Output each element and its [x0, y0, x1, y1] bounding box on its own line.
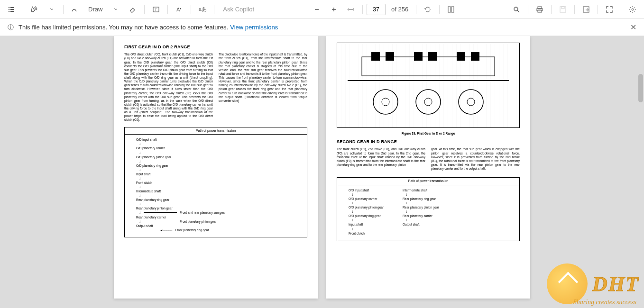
contents-icon[interactable]: [4, 2, 19, 17]
svg-rect-16: [386, 52, 394, 61]
transmission-diagram: [337, 43, 520, 128]
settings-icon[interactable]: [625, 2, 640, 17]
body-text-col2: gear. At this time, the rear sun gear wh…: [431, 147, 520, 171]
svg-point-13: [632, 9, 634, 10]
save-as-icon[interactable]: [579, 2, 594, 17]
erase-icon[interactable]: [125, 2, 140, 17]
zoom-out-icon[interactable]: [309, 2, 324, 17]
draw-dropdown-icon[interactable]: [108, 2, 123, 17]
svg-rect-7: [538, 7, 542, 9]
svg-text:▾: ▾: [180, 7, 181, 10]
info-icon: ⓘ: [8, 23, 14, 32]
page-number-input[interactable]: [367, 4, 386, 15]
flow-step: Input shaft: [136, 172, 295, 176]
view-permissions-link[interactable]: View permissions: [230, 24, 278, 31]
page-view-icon[interactable]: [443, 2, 459, 17]
pdf-viewer[interactable]: FIRST GEAR IN D OR 2 RANGE The O/D direc…: [0, 36, 644, 308]
svg-point-25: [382, 98, 389, 106]
translate-icon[interactable]: aあ: [195, 2, 210, 17]
flow-step: O/D planetary carrier: [136, 146, 295, 150]
highlight-icon[interactable]: [27, 2, 42, 17]
svg-point-27: [467, 98, 475, 106]
diagram-caption: Figure 39. First Gear in D or 2 Range: [337, 132, 520, 136]
page-heading-2: SECOND GEAR IN D RANGE: [337, 139, 520, 145]
pdf-page-left: FIRST GEAR IN D OR 2 RANGE The O/D direc…: [114, 36, 318, 299]
svg-rect-19: [457, 52, 465, 61]
text-style-icon[interactable]: A▾: [172, 2, 187, 17]
svg-point-24: [459, 90, 483, 114]
page-total-label: of 256: [387, 6, 412, 13]
flow-step: O/D planetary ring gear: [136, 164, 295, 168]
pdf-page-right: Figure 39. First Gear in D or 2 Range SE…: [326, 36, 530, 299]
svg-rect-18: [428, 52, 437, 61]
svg-rect-11: [561, 7, 564, 9]
highlight-dropdown-icon[interactable]: [44, 2, 59, 17]
flow-step: O/D input shaft: [136, 138, 295, 142]
svg-text:T: T: [155, 8, 157, 12]
svg-point-26: [424, 98, 432, 106]
flow-step: Front clutch: [136, 181, 295, 185]
save-icon[interactable]: [555, 2, 570, 17]
svg-rect-17: [414, 52, 423, 61]
svg-rect-15: [371, 52, 380, 61]
page-heading: FIRST GEAR IN D OR 2 RANGE: [124, 45, 307, 50]
fit-width-icon[interactable]: [343, 2, 359, 17]
pdf-toolbar: Draw T A▾ aあ Ask Copilot of 256: [0, 0, 644, 19]
path-box-title: Path of power transmission: [125, 127, 307, 135]
close-notification-icon[interactable]: ✕: [630, 23, 636, 32]
flow-step: Rear planetary carrier: [136, 216, 295, 219]
notification-text: This file has limited permissions. You m…: [18, 24, 228, 31]
power-path-box-2: Path of power transmission O/D input sha…: [337, 177, 520, 241]
flow-step: Rear planetary pinion gear: [136, 207, 295, 210]
power-path-box: Path of power transmission O/D input sha…: [124, 127, 307, 238]
rotate-icon[interactable]: [420, 2, 435, 17]
copilot-input[interactable]: Ask Copilot: [218, 6, 259, 13]
body-text-col2: The clockwise rotational force of the in…: [219, 53, 307, 103]
svg-rect-4: [448, 7, 451, 12]
search-icon[interactable]: [509, 2, 524, 17]
zoom-in-icon[interactable]: [326, 2, 341, 17]
textbox-icon[interactable]: T: [148, 2, 164, 17]
vertical-scrollbar-thumb[interactable]: [638, 74, 643, 102]
body-text-col1: The O/D direct clutch (C0), front clutch…: [124, 53, 213, 122]
draw-icon[interactable]: [67, 2, 83, 17]
path-box-title: Path of power transmission: [337, 178, 519, 185]
flow-step: Output shaft: [136, 224, 295, 228]
flow-step: Intermediate shaft: [136, 190, 295, 193]
flow-step: Rear planetary ring gear: [136, 198, 295, 202]
svg-point-22: [373, 90, 398, 114]
print-icon[interactable]: [532, 2, 547, 17]
permission-notification: ⓘ This file has limited permissions. You…: [0, 19, 644, 36]
watermark-tagline: Sharing creates success: [573, 299, 636, 306]
svg-point-23: [416, 90, 441, 114]
body-text-col1: The front clutch (C1), 2nd brake (B1), a…: [337, 147, 425, 167]
svg-point-6: [514, 7, 518, 11]
flow-step: O/D planetary pinion gear: [136, 155, 295, 159]
draw-button[interactable]: Draw: [84, 2, 106, 17]
svg-rect-10: [560, 7, 566, 12]
svg-rect-20: [471, 52, 479, 61]
fullscreen-icon[interactable]: [602, 2, 617, 17]
svg-rect-5: [451, 7, 454, 12]
